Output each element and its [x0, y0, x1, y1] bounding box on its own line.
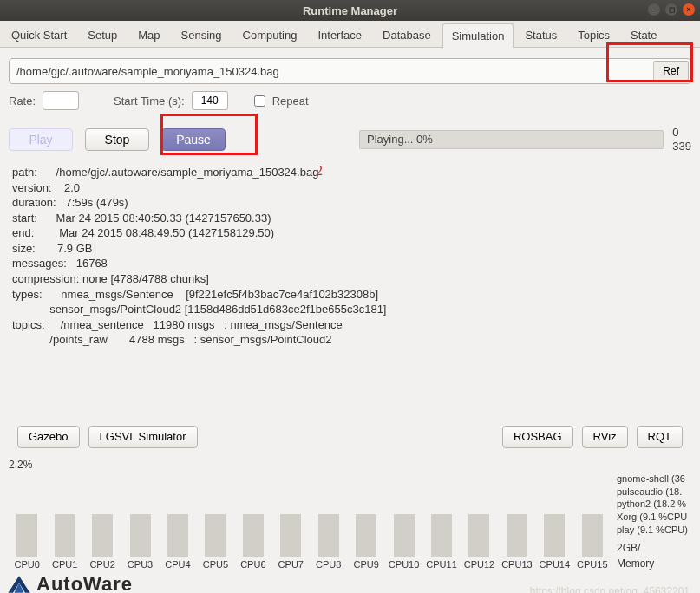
watermark-text: https://blog.csdn.net/qq_45632201: [530, 585, 690, 593]
progress-bar: Playing... 0%: [359, 130, 664, 149]
info-version: version: 2.0: [12, 181, 80, 194]
tab-status[interactable]: Status: [515, 23, 566, 47]
tab-setup[interactable]: Setup: [78, 23, 127, 47]
cpu-core-10: CPU10: [385, 485, 422, 570]
info-size: size: 7.9 GB: [12, 242, 92, 255]
info-start: start: Mar 24 2015 08:40:50.33 (14271576…: [12, 212, 271, 225]
cpu-core-0: CPU0: [9, 485, 45, 570]
tab-state[interactable]: State: [621, 23, 666, 47]
rviz-button[interactable]: RViz: [582, 426, 628, 448]
maximize-button[interactable]: ◻: [665, 3, 677, 16]
info-duration: duration: 7:59s (479s): [12, 196, 128, 209]
controls-row: Play Stop Pause Playing... 0% 0 339: [9, 126, 691, 153]
tab-sensing[interactable]: Sensing: [172, 23, 232, 47]
repeat-label: Repeat: [272, 94, 309, 108]
info-path: path: /home/gjc/.autoware/sample_moriyam…: [12, 166, 318, 179]
repeat-checkbox[interactable]: [254, 95, 265, 107]
start-time-input[interactable]: [192, 91, 228, 110]
count-total: 339: [672, 140, 691, 153]
bag-path-row: Ref: [9, 58, 691, 84]
cpu-core-4: CPU4: [160, 485, 196, 570]
window-title: Runtime Manager: [303, 4, 397, 17]
rqt-button[interactable]: RQT: [637, 426, 683, 448]
bag-info: 2path: /home/gjc/.autoware/sample_moriya…: [12, 165, 688, 348]
cpu-core-7: CPU7: [272, 485, 309, 570]
cpu-core-13: CPU13: [499, 485, 535, 570]
cpu-core-12: CPU12: [461, 485, 497, 570]
progress-text: Playing... 0%: [367, 133, 433, 146]
cpu-core-9: CPU9: [348, 485, 384, 570]
process-list: gnome-shell (36pulseaudio (18.python2 (1…: [617, 472, 691, 537]
start-time-label: Start Time (s):: [114, 94, 185, 108]
footer: AutoWare https://blog.csdn.net/qq_456322…: [0, 570, 700, 593]
bag-path-box: Ref: [9, 58, 691, 84]
simulation-panel: Ref Rate: Start Time (s): Repeat Play St…: [0, 48, 700, 455]
rate-input[interactable]: [43, 91, 79, 110]
playback-params-row: Rate: Start Time (s): Repeat: [9, 91, 691, 110]
tab-topics[interactable]: Topics: [568, 23, 619, 47]
cpu-core-14: CPU14: [536, 485, 572, 570]
cpu-core-3: CPU3: [121, 485, 158, 570]
cpu-core-6: CPU6: [235, 485, 271, 570]
tab-database[interactable]: Database: [373, 23, 441, 47]
autoware-brand-text: AutoWare: [36, 573, 133, 593]
cpu-core-15: CPU15: [574, 485, 611, 570]
stop-button[interactable]: Stop: [85, 128, 149, 151]
cpu-area: 2.2% CPU0CPU1CPU2CPU3CPU4CPU5CPU6CPU7CPU…: [0, 455, 700, 570]
memory-status: 2GB/Memory: [617, 542, 691, 570]
count-current: 0: [672, 126, 691, 140]
tab-interface[interactable]: Interface: [308, 23, 371, 47]
annotation-number-2: 2: [316, 161, 323, 180]
info-messages: messages: 16768: [12, 257, 108, 270]
tab-simulation[interactable]: Simulation: [442, 23, 514, 48]
tabs: Quick StartSetupMapSensingComputingInter…: [0, 21, 700, 48]
info-compression: compression: none [4788/4788 chunks]: [12, 272, 209, 285]
titlebar: Runtime Manager – ◻ ×: [0, 0, 700, 21]
info-types-2: sensor_msgs/PointCloud2 [1158d486dd51d68…: [12, 303, 386, 316]
cpu-core-1: CPU1: [46, 485, 82, 570]
rate-label: Rate:: [9, 94, 36, 108]
cpu-core-2: CPU2: [84, 485, 121, 570]
pause-button[interactable]: Pause: [161, 128, 226, 151]
cpu-row: CPU0CPU1CPU2CPU3CPU4CPU5CPU6CPU7CPU8CPU9…: [9, 472, 691, 570]
info-topics-2: /points_raw 4788 msgs : sensor_msgs/Poin…: [12, 333, 332, 346]
tab-map[interactable]: Map: [128, 23, 169, 47]
minimize-button[interactable]: –: [648, 3, 660, 16]
cpu-core-8: CPU8: [311, 485, 347, 570]
window-buttons: – ◻ ×: [648, 3, 695, 16]
info-types-1: types: nmea_msgs/Sentence [9f221efc5f4b3…: [12, 288, 378, 301]
info-end: end: Mar 24 2015 08:48:49.50 (1427158129…: [12, 226, 274, 239]
bottom-buttons: Gazebo LGSVL Simulator ROSBAG RViz RQT: [9, 424, 691, 450]
tab-computing[interactable]: Computing: [233, 23, 307, 47]
cpu-core-11: CPU11: [423, 485, 460, 570]
bag-path-input[interactable]: [10, 59, 651, 83]
rosbag-button[interactable]: ROSBAG: [502, 426, 573, 448]
tab-quick-start[interactable]: Quick Start: [2, 23, 76, 47]
info-topics-1: topics: /nmea_sentence 11980 msgs : nmea…: [12, 318, 343, 331]
cpu-overall-pct: 2.2%: [9, 459, 691, 471]
play-button[interactable]: Play: [9, 128, 73, 151]
lgsvl-button[interactable]: LGSVL Simulator: [88, 426, 198, 448]
frame-counts: 0 339: [672, 126, 691, 153]
autoware-logo-icon: [7, 574, 31, 593]
close-button[interactable]: ×: [683, 3, 695, 16]
progress-wrap: Playing... 0% 0 339: [359, 126, 691, 153]
gazebo-button[interactable]: Gazebo: [17, 426, 80, 448]
cpu-core-5: CPU5: [197, 485, 233, 570]
ref-button[interactable]: Ref: [653, 61, 689, 81]
